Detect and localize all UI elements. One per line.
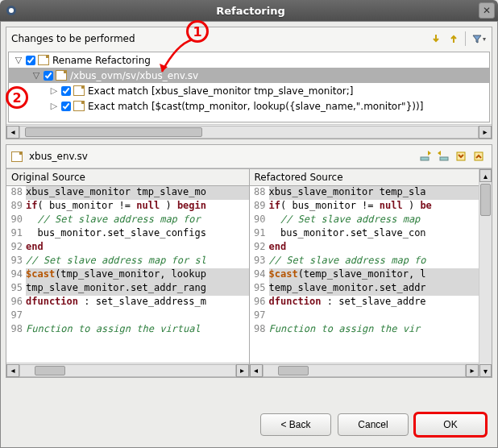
tree-row[interactable]: ▽/xbus_ovm/sv/xbus_env.sv — [9, 68, 489, 83]
scroll-left-button[interactable]: ◂ — [6, 126, 19, 139]
back-button[interactable]: < Back — [260, 413, 331, 436]
match-icon — [73, 85, 85, 96]
preview-panel: xbus_env.sv Original Source 88xbus_slave… — [6, 144, 492, 378]
twisty-open-icon[interactable]: ▽ — [31, 70, 41, 81]
line-number: 97 — [6, 309, 26, 323]
svg-rect-3 — [440, 157, 448, 160]
refactored-hscrollbar[interactable]: ◂ ▸ — [250, 363, 479, 377]
line-number: 93 — [250, 255, 269, 268]
tree-row[interactable]: ▷Exact match [xbus_slave_monitor tmp_sla… — [9, 83, 489, 98]
tree-row[interactable]: ▽Rename Refactoring — [9, 52, 489, 68]
twisty-open-icon[interactable]: ▽ — [14, 55, 23, 65]
code-line: 94$cast(temp_slave_monitor, l — [250, 268, 479, 282]
code-line: 90 // Set slave address map for — [6, 214, 249, 227]
line-number: 94 — [250, 268, 269, 282]
expand-down-button[interactable] — [428, 31, 444, 47]
line-number: 98 — [6, 323, 26, 337]
original-code[interactable]: 88xbus_slave_monitor tmp_slave_mo89if( b… — [6, 186, 249, 363]
original-hscrollbar[interactable]: ◂ ▸ — [6, 363, 249, 377]
cancel-button[interactable]: Cancel — [338, 413, 409, 436]
line-content: // Set slave address map — [269, 214, 479, 227]
code-line: 98Function to assign the vir — [250, 323, 479, 337]
twisty-closed-icon[interactable]: ▷ — [49, 101, 59, 111]
code-line: 89if( bus_monitor != null ) begin — [6, 200, 249, 214]
code-line: 97 — [6, 309, 249, 323]
scroll-left-button[interactable]: ◂ — [6, 364, 19, 377]
refactored-code[interactable]: 88xbus_slave_monitor temp_sla89if( bus_m… — [250, 186, 479, 363]
line-content: end — [26, 241, 249, 255]
scroll-up-button[interactable]: ▴ — [479, 169, 492, 182]
scroll-right-button[interactable]: ▸ — [479, 126, 492, 139]
scroll-track[interactable] — [19, 126, 479, 139]
code-line: 88xbus_slave_monitor temp_sla — [250, 186, 479, 200]
line-content: temp_slave_monitor.set_addr — [269, 282, 479, 296]
dialog-body: 1 2 Changes to be performed ▾ ▽Rename Re… — [0, 21, 498, 448]
code-line: 96dfunction : set_slave_address_m — [6, 296, 249, 309]
tree-label: Rename Refactoring — [52, 55, 151, 66]
line-content: // Set slave address map for — [26, 214, 249, 227]
tree-checkbox[interactable] — [61, 86, 71, 96]
preview-header: xbus_env.sv — [6, 145, 492, 168]
svg-rect-2 — [421, 157, 429, 160]
line-content: Function to assign the virtual — [26, 323, 249, 337]
line-number: 89 — [250, 200, 269, 214]
scroll-right-button[interactable]: ▸ — [466, 364, 479, 377]
line-number: 91 — [6, 227, 26, 241]
next-diff-button[interactable] — [417, 148, 434, 164]
line-content — [26, 309, 249, 323]
original-pane: Original Source 88xbus_slave_monitor tmp… — [6, 169, 250, 377]
line-number: 88 — [250, 186, 269, 200]
filter-button[interactable]: ▾ — [471, 31, 487, 47]
refactored-title: Refactored Source — [250, 169, 479, 186]
refactor-icon — [38, 55, 49, 65]
changes-tree[interactable]: ▽Rename Refactoring▽/xbus_ovm/sv/xbus_en… — [8, 52, 490, 122]
tree-checkbox[interactable] — [26, 56, 35, 65]
line-number: 90 — [250, 214, 269, 227]
changes-hscrollbar[interactable]: ◂ ▸ — [6, 124, 492, 139]
next-change-button[interactable] — [453, 148, 469, 164]
code-line: 91 bus_monitor.set_slave_con — [250, 227, 479, 241]
code-line: 97 — [250, 309, 479, 323]
line-content: xbus_slave_monitor tmp_slave_mo — [26, 186, 249, 200]
line-content: end — [269, 241, 479, 255]
prev-change-button[interactable] — [471, 148, 487, 164]
code-line: 96dfunction : set_slave_addre — [250, 296, 479, 309]
line-number: 95 — [6, 282, 26, 296]
scroll-right-button[interactable]: ▸ — [236, 364, 249, 377]
prev-diff-button[interactable] — [435, 148, 451, 164]
original-title: Original Source — [6, 169, 249, 186]
line-content: if( bus_monitor != null ) be — [269, 200, 479, 214]
line-content: // Set slave address map fo — [269, 255, 479, 268]
window-close-button[interactable]: ✕ — [479, 2, 495, 19]
line-content: bus_monitor.set_slave_con — [269, 227, 479, 241]
tree-row[interactable]: ▷Exact match [$cast(tmp_monitor, lookup(… — [9, 98, 489, 114]
diff-area: Original Source 88xbus_slave_monitor tmp… — [6, 168, 492, 377]
twisty-closed-icon[interactable]: ▷ — [49, 85, 59, 96]
code-line: 95temp_slave_monitor.set_addr — [250, 282, 479, 296]
line-number: 92 — [6, 241, 26, 255]
line-number: 98 — [250, 323, 269, 337]
separator — [465, 31, 466, 46]
expand-up-button[interactable] — [446, 31, 462, 47]
line-number: 95 — [250, 282, 269, 296]
tree-checkbox[interactable] — [61, 102, 71, 111]
scroll-left-button[interactable]: ◂ — [250, 364, 263, 377]
scroll-down-button[interactable]: ▾ — [479, 364, 492, 377]
window-title: Refactoring — [23, 5, 479, 17]
line-number: 88 — [6, 186, 26, 200]
ok-button[interactable]: OK — [415, 413, 486, 436]
match-icon — [73, 101, 85, 111]
scroll-thumb[interactable] — [25, 127, 202, 137]
code-line: 93// Set slave address map for sl — [6, 255, 249, 268]
changes-header: Changes to be performed ▾ — [6, 27, 492, 50]
refactored-vscrollbar[interactable]: ▴ ▾ — [479, 169, 492, 377]
code-line: 98Function to assign the virtual — [6, 323, 249, 337]
code-line: 90 // Set slave address map — [250, 214, 479, 227]
line-number: 89 — [6, 200, 26, 214]
code-line: 91 bus_monitor.set_slave_configs — [6, 227, 249, 241]
window-titlebar: Refactoring ✕ — [0, 0, 498, 21]
line-number: 93 — [6, 255, 26, 268]
tree-checkbox[interactable] — [44, 71, 53, 81]
line-content: Function to assign the vir — [269, 323, 479, 337]
line-number: 94 — [6, 268, 26, 282]
